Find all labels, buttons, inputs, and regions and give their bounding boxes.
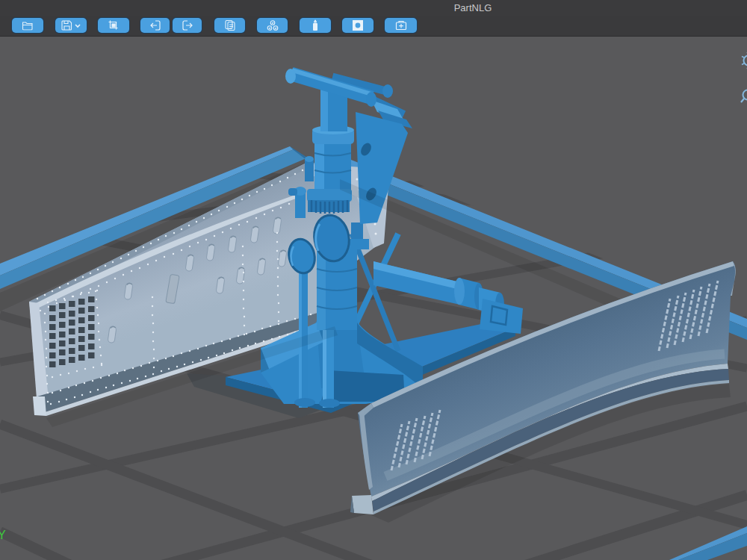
svg-text:Y: Y (0, 529, 6, 541)
